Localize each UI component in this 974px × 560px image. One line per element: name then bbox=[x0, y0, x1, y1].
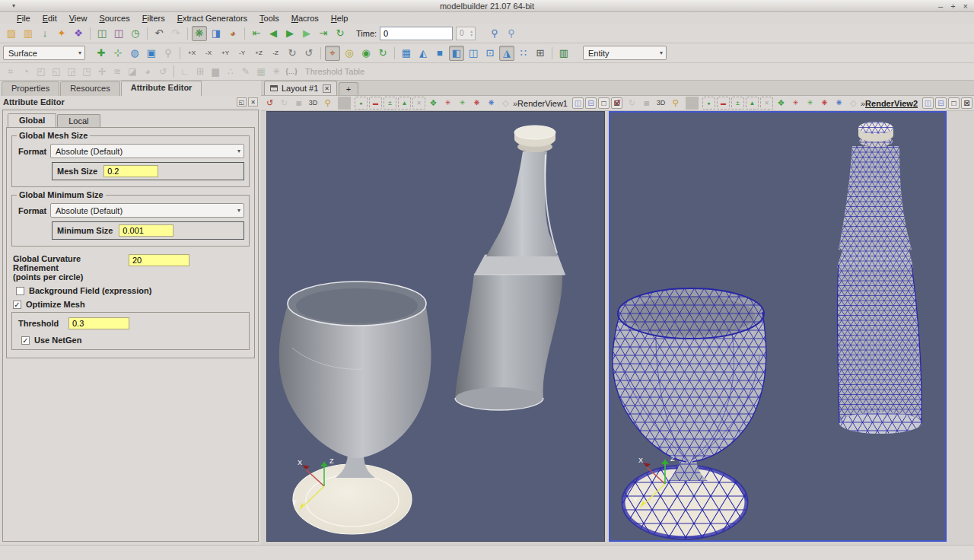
rotate-90-ccw-button[interactable]: ↺ bbox=[301, 46, 317, 61]
rubber-band-select-button[interactable]: ⊞ bbox=[533, 46, 548, 61]
hover-cells-button[interactable]: ❋ bbox=[818, 97, 831, 110]
tab-resources[interactable]: Resources bbox=[60, 81, 120, 96]
adjust-camera-button[interactable]: ↺ bbox=[263, 97, 276, 110]
hover-points-button[interactable]: ❋ bbox=[832, 97, 845, 110]
zoom-to-box-view-button[interactable]: ⚲ bbox=[321, 97, 334, 110]
view-minus-y-button[interactable]: -Y bbox=[234, 46, 250, 61]
catalyst-pause-button[interactable]: ◫ bbox=[111, 26, 126, 41]
close-panel-icon[interactable]: ✕ bbox=[248, 97, 258, 107]
zoom-to-data-button[interactable]: ⊹ bbox=[110, 46, 126, 61]
float-panel-icon[interactable]: ◱ bbox=[237, 97, 247, 107]
optimize-mesh-row[interactable]: Optimize Mesh bbox=[13, 300, 250, 309]
tab-local[interactable]: Local bbox=[57, 114, 100, 127]
edit-color-map-button[interactable]: ❖ bbox=[71, 26, 86, 41]
interactive-select-points-button[interactable]: ✳ bbox=[804, 97, 816, 110]
center-axes-toggle-button[interactable]: ⌖ bbox=[325, 46, 340, 61]
maximize-button[interactable]: + bbox=[950, 1, 955, 11]
select-points-on-surface-button[interactable]: ● bbox=[702, 97, 715, 110]
grow-shrink-selection-button[interactable]: ± bbox=[731, 97, 744, 110]
first-frame-button[interactable]: ⇤ bbox=[249, 26, 264, 41]
select-points-grid-button[interactable]: ∷ bbox=[516, 46, 531, 61]
select-faces-button[interactable]: ◧ bbox=[449, 46, 464, 61]
mesh-size-input[interactable] bbox=[103, 165, 158, 177]
hover-cells-button[interactable]: ❋ bbox=[470, 97, 483, 110]
split-horizontal-button[interactable]: ◫ bbox=[922, 97, 934, 109]
split-horizontal-button[interactable]: ◫ bbox=[572, 97, 584, 109]
menu-sources[interactable]: Sources bbox=[93, 14, 135, 23]
show-geometry-button[interactable]: ◭ bbox=[415, 46, 431, 61]
toggle-3d-button[interactable]: 3D bbox=[654, 97, 667, 110]
loop-button[interactable]: ↻ bbox=[333, 26, 348, 41]
import-data-button[interactable]: ↓ bbox=[37, 26, 53, 41]
select-entities-button[interactable]: ◮ bbox=[499, 46, 514, 61]
entity-combo[interactable]: Entity ▾ bbox=[583, 46, 667, 60]
menu-file[interactable]: File bbox=[11, 14, 37, 23]
view-minus-z-button[interactable]: -Z bbox=[268, 46, 283, 61]
tab-layout-1[interactable]: Layout #1 ✕ bbox=[264, 81, 337, 95]
render-scene-shaded[interactable]: Z X Y bbox=[267, 112, 605, 542]
menu-filters[interactable]: Filters bbox=[136, 14, 171, 23]
close-view-button[interactable]: ⊠ bbox=[961, 97, 972, 109]
zoom-to-box-button[interactable]: ⚲ bbox=[487, 26, 502, 41]
select-block-button[interactable]: ❖ bbox=[427, 97, 440, 110]
view-plus-x-button[interactable]: +X bbox=[184, 46, 199, 61]
minimize-button[interactable]: – bbox=[938, 1, 943, 11]
maximize-view-button[interactable]: □ bbox=[598, 97, 610, 109]
close-button[interactable]: × bbox=[963, 1, 968, 11]
menu-macros[interactable]: Macros bbox=[285, 14, 325, 23]
minimum-format-combo[interactable]: Absolute (Default) ▾ bbox=[50, 203, 244, 218]
rotate-90-cw-button[interactable]: ↻ bbox=[285, 46, 300, 61]
previous-frame-button[interactable]: ◀ bbox=[266, 26, 281, 41]
pick-center-button[interactable]: ◉ bbox=[358, 46, 374, 61]
reset-camera-button[interactable]: ✚ bbox=[94, 46, 109, 61]
menu-help[interactable]: Help bbox=[325, 14, 355, 23]
clear-selection-button[interactable]: ✕ bbox=[760, 97, 773, 110]
render-view-1[interactable]: Z X Y bbox=[266, 111, 605, 542]
select-cells-through-button[interactable]: ▲ bbox=[746, 97, 759, 110]
split-vertical-button[interactable]: ⊟ bbox=[935, 97, 947, 109]
time-input[interactable] bbox=[380, 27, 453, 40]
grow-shrink-selection-button[interactable]: ± bbox=[384, 97, 396, 110]
palette-button[interactable]: ◕ bbox=[225, 26, 240, 41]
multiblock-inspector-button[interactable]: ▦ bbox=[399, 46, 414, 61]
tab-attribute-editor[interactable]: Attribute Editor bbox=[121, 81, 202, 96]
pipeline-toggle-button[interactable]: ❋ bbox=[192, 26, 207, 41]
background-field-row[interactable]: Background Field (expression) bbox=[16, 286, 250, 295]
toggle-3d-button[interactable]: 3D bbox=[307, 97, 320, 110]
select-edges-button[interactable]: ◫ bbox=[466, 46, 481, 61]
menu-edit[interactable]: Edit bbox=[37, 14, 63, 23]
select-block-button[interactable]: ❖ bbox=[775, 97, 788, 110]
timer-button[interactable]: ◷ bbox=[128, 26, 143, 41]
view-plus-z-button[interactable]: +Z bbox=[251, 46, 266, 61]
renderview1-link[interactable]: »RenderView1 bbox=[513, 99, 568, 108]
interactive-select-cells-button[interactable]: ✳ bbox=[441, 97, 454, 110]
show-center-button[interactable]: ◎ bbox=[342, 46, 357, 61]
threshold-input[interactable] bbox=[68, 317, 129, 329]
render-scene-wireframe[interactable]: Z X Y bbox=[610, 113, 945, 540]
show-solid-button[interactable]: ■ bbox=[432, 46, 447, 61]
zoom-plus-button[interactable]: ⚲ bbox=[504, 26, 519, 41]
zoom-closest-to-data-button[interactable]: ▣ bbox=[144, 46, 159, 61]
open-file-button[interactable]: ▨ bbox=[4, 26, 19, 41]
hover-points-button[interactable]: ❋ bbox=[485, 97, 498, 110]
use-netgen-checkbox[interactable] bbox=[21, 336, 30, 345]
select-cells-through-button[interactable]: ▲ bbox=[398, 97, 411, 110]
optimize-mesh-checkbox[interactable] bbox=[13, 301, 21, 309]
new-layout-tab-button[interactable]: + bbox=[339, 82, 358, 95]
catalyst-connect-button[interactable]: ◫ bbox=[94, 26, 110, 41]
view-plus-y-button[interactable]: +Y bbox=[218, 46, 233, 61]
menu-view[interactable]: View bbox=[63, 14, 94, 23]
interactive-select-cells-button[interactable]: ✳ bbox=[789, 97, 802, 110]
mesh-format-combo[interactable]: Absolute (Default) ▾ bbox=[50, 144, 244, 158]
render-view-2[interactable]: Z X Y bbox=[609, 111, 947, 542]
adjust-camera-button[interactable]: ↺ bbox=[611, 97, 624, 110]
clear-selection-button[interactable]: ✕ bbox=[412, 97, 425, 110]
undo-button[interactable]: ↶ bbox=[151, 26, 167, 41]
menu-extract-generators[interactable]: Extract Generators bbox=[171, 14, 253, 23]
select-cells-on-surface-button[interactable]: ▬ bbox=[369, 97, 382, 110]
curvature-input[interactable] bbox=[129, 254, 189, 266]
view-minus-x-button[interactable]: -X bbox=[201, 46, 216, 61]
select-cells-on-surface-button[interactable]: ▬ bbox=[717, 97, 730, 110]
color-editor-button[interactable]: ◨ bbox=[208, 26, 224, 41]
background-field-checkbox[interactable] bbox=[16, 287, 24, 295]
